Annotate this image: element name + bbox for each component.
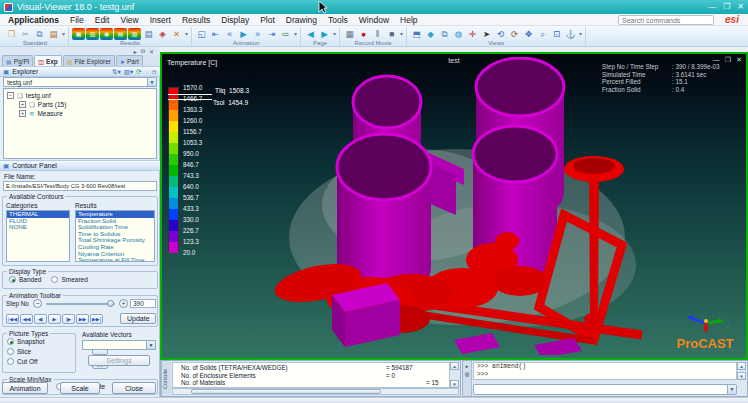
minimize-icon[interactable]: — (708, 3, 716, 11)
step-value-input[interactable] (130, 299, 156, 308)
vector-plot-icon[interactable]: ◉ (100, 28, 113, 40)
rewind-icon[interactable]: « (223, 28, 236, 40)
tab-file-explorer[interactable]: ▥File Explorer (63, 55, 115, 66)
tab-part[interactable]: ➤Part (116, 55, 143, 66)
category-none[interactable]: NONE (7, 224, 69, 231)
tree-item-root[interactable]: −❏testg.unf (7, 91, 156, 100)
chevron-down-icon[interactable]: ▼ (146, 341, 155, 349)
fit-view-icon[interactable]: ⊡ (550, 28, 563, 40)
previous-page-icon[interactable]: ◀ (304, 28, 317, 40)
layout-icon[interactable]: ▥▾ (124, 68, 133, 76)
rotate-view-icon[interactable]: ⟲ (494, 28, 507, 40)
copy-icon[interactable]: ⧉ (33, 28, 46, 40)
open-file-icon[interactable]: ❒ (5, 28, 18, 40)
step-slider[interactable] (46, 303, 115, 305)
toolbar-overflow-icon[interactable]: ▾ (579, 30, 582, 37)
isometric-view-icon[interactable]: ⬒ (410, 28, 423, 40)
scroll-down-icon[interactable]: ▼ (450, 380, 459, 388)
forward-icon[interactable]: » (251, 28, 264, 40)
stop-icon[interactable]: ■ (385, 28, 398, 40)
categories-list[interactable]: THERMALFLUIDNONE (6, 210, 70, 262)
chevron-down-icon[interactable]: ▼ (147, 78, 156, 86)
movie-strip-icon[interactable]: ▦ (343, 28, 356, 40)
probe-icon[interactable]: ◈ (156, 28, 169, 40)
radio-cut-off[interactable]: Cut Off (7, 358, 44, 365)
file-name-field[interactable]: E:/Installs/ESI/Test/Body CG 3-600 Rev08… (3, 181, 157, 191)
menu-plot[interactable]: Plot (260, 15, 275, 25)
slider-handle[interactable] (107, 300, 114, 307)
menu-display[interactable]: Display (221, 15, 249, 25)
expand-icon[interactable]: + (19, 101, 26, 108)
step-forward-frame-button[interactable]: |▶ (62, 314, 75, 324)
report-icon[interactable]: ▤ (142, 28, 155, 40)
section-plot-icon[interactable]: ▨ (128, 28, 141, 40)
derived-results-icon[interactable]: ✕ (170, 28, 183, 40)
menu-results[interactable]: Results (182, 15, 210, 25)
menu-applications[interactable]: Applications (8, 15, 59, 25)
first-frame-button[interactable]: |◀◀ (6, 314, 19, 324)
play-frame-button[interactable]: ▶ (48, 314, 61, 324)
tree-item-measure[interactable]: +≋Measure (7, 109, 156, 118)
toolbar-overflow-icon[interactable]: ▾ (400, 30, 403, 37)
scroll-up-icon[interactable]: ▲ (450, 362, 459, 370)
float-panel-icon[interactable]: ⧉ (141, 48, 145, 55)
results-list[interactable]: TemperatureFraction SolidSolidification … (75, 210, 155, 262)
pause-icon[interactable]: ‖ (371, 28, 384, 40)
scroll-up-icon[interactable]: ▲ (737, 362, 746, 370)
radio-smeared[interactable]: Smeared (51, 276, 87, 283)
toolbar-overflow-icon[interactable]: ▾ (62, 30, 65, 37)
console-output[interactable]: No. of Solids (TETRA/HEXA/WEDGE)= 594187… (172, 362, 450, 388)
python-output[interactable]: >>> animend()>>> (473, 362, 737, 380)
fast-forward-frame-button[interactable]: ▶▶ (76, 314, 89, 324)
button-scale[interactable]: Scale (60, 382, 100, 394)
radio-snapshot[interactable]: Snapshot (7, 338, 44, 345)
scrollbar-thumb[interactable] (191, 389, 381, 394)
shaded-view-icon[interactable]: ◆ (424, 28, 437, 40)
menu-drawing[interactable]: Drawing (286, 15, 317, 25)
fringe-plot-icon[interactable]: ▥ (86, 28, 99, 40)
expand-icon[interactable]: + (19, 110, 26, 117)
console-tab[interactable]: Console (161, 361, 171, 396)
python-command-input[interactable]: ▼ (473, 384, 737, 395)
console-horizontal-scrollbar[interactable] (172, 388, 459, 395)
view-manager-icon[interactable]: ⧉ (438, 28, 451, 40)
toolbar-overflow-icon[interactable]: ▾ (185, 30, 188, 37)
update-button[interactable]: Update (120, 313, 156, 324)
close-panel-icon[interactable]: ✕ (149, 48, 154, 55)
menu-window[interactable]: Window (359, 15, 389, 25)
pick-icon[interactable]: ➤ (480, 28, 493, 40)
toolbar-overflow-icon[interactable]: ▾ (294, 30, 297, 37)
step-decrement-button[interactable]: − (33, 299, 42, 308)
script-log-icon[interactable]: ▥ (465, 371, 470, 377)
chevron-down-icon[interactable]: ▼ (727, 385, 736, 394)
save-icon[interactable]: ✂ (19, 28, 32, 40)
menu-insert[interactable]: Insert (150, 15, 171, 25)
save-animation-icon[interactable]: ⇨ (279, 28, 292, 40)
record-icon[interactable]: ● (357, 28, 370, 40)
radio-slice[interactable]: Slice (7, 348, 44, 355)
menu-view[interactable]: View (120, 15, 138, 25)
result-temperature-at-fill-time[interactable]: Temperature at Fill Time (76, 257, 154, 262)
radio-banded[interactable]: Banded (9, 276, 41, 283)
fast-rewind-frame-button[interactable]: ◀◀ (20, 314, 33, 324)
3d-viewport[interactable]: test — ❐ ✕ Step No / Time Step: 390 / 8.… (160, 52, 748, 360)
sort-icon[interactable]: ⇅▾ (112, 68, 121, 76)
axis-triad-icon[interactable]: ✛ (466, 28, 479, 40)
zoom-view-icon[interactable]: ⌕ (536, 28, 549, 40)
step-back-frame-button[interactable]: ◀| (34, 314, 47, 324)
pan-view-icon[interactable]: ✥ (522, 28, 535, 40)
first-frame-icon[interactable]: ⇤ (209, 28, 222, 40)
tab-pg-pl[interactable]: ▤Pg/Pl (2, 55, 33, 66)
menu-edit[interactable]: Edit (95, 15, 110, 25)
contour-panel-icon[interactable]: ▦ (72, 28, 85, 40)
toolbar-overflow-icon[interactable]: ▾ (333, 30, 336, 37)
last-frame-button[interactable]: ▶▶| (90, 314, 103, 324)
button-animation[interactable]: Animation (2, 382, 48, 394)
close-icon[interactable]: ✕ (737, 3, 744, 11)
spin-view-icon[interactable]: ⟳ (508, 28, 521, 40)
anchor-view-icon[interactable]: ⚓ (564, 28, 577, 40)
step-increment-button[interactable]: + (119, 299, 128, 308)
play-icon[interactable]: ▶ (237, 28, 250, 40)
comment-icon[interactable]: ◌ (145, 68, 149, 76)
explorer-file-combobox[interactable]: testg.unf ▼ (3, 77, 157, 87)
